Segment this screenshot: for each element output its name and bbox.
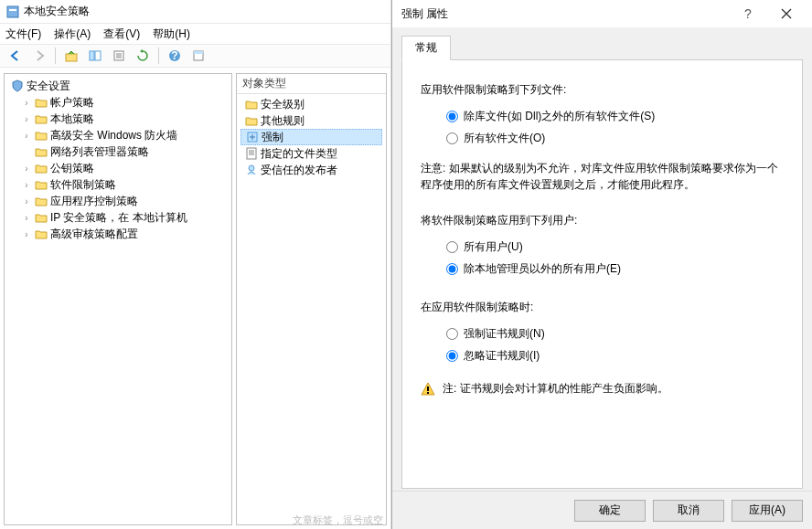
tree-item[interactable]: ›高级审核策略配置: [19, 226, 230, 242]
radio-all-files-input[interactable]: [446, 132, 458, 144]
list-item-icon: [244, 97, 259, 111]
radio-ignore-cert-input[interactable]: [446, 350, 458, 362]
expand-icon[interactable]: ›: [21, 131, 32, 141]
svg-rect-9: [194, 51, 203, 54]
shield-icon: [10, 79, 25, 93]
tree-root-label: 安全设置: [27, 79, 70, 94]
folder-icon: [34, 144, 48, 159]
close-button[interactable]: [766, 1, 807, 26]
list-item[interactable]: 强制: [240, 129, 382, 145]
radio-enforce-cert-input[interactable]: [446, 328, 458, 340]
list-item-label: 受信任的发布者: [261, 163, 337, 178]
dialog-title: 强制 属性: [398, 6, 730, 22]
dialog-title-bar: 强制 属性 ?: [392, 0, 812, 27]
tab-general[interactable]: 常规: [401, 36, 451, 60]
folder-icon: [34, 210, 48, 225]
up-button[interactable]: [61, 46, 81, 66]
footer-hint: 文章标签，逗号或空: [293, 513, 383, 527]
tree-item[interactable]: ›软件限制策略: [19, 176, 230, 193]
menu-file[interactable]: 文件(F): [5, 26, 41, 42]
svg-rect-13: [427, 386, 429, 391]
help-icon[interactable]: ?: [730, 6, 766, 21]
svg-rect-14: [427, 392, 429, 394]
svg-rect-4: [95, 51, 101, 60]
radio-exclude-libs-label: 除库文件(如 Dll)之外的所有软件文件(S): [464, 109, 655, 124]
toolbar: ?: [0, 44, 390, 68]
forward-button[interactable]: [29, 46, 49, 66]
list-item-label: 强制: [262, 130, 283, 145]
svg-rect-0: [7, 6, 18, 17]
folder-icon: [34, 128, 48, 143]
tree-item[interactable]: ›帐户策略: [19, 94, 230, 111]
list-item-icon: [245, 130, 260, 144]
svg-point-12: [249, 165, 254, 171]
help-button[interactable]: ?: [165, 46, 185, 66]
list-item[interactable]: 指定的文件类型: [240, 145, 382, 162]
tree-item-label: 应用程序控制策略: [50, 194, 138, 209]
list-item[interactable]: 安全级别: [240, 96, 382, 112]
radio-all-files[interactable]: 所有软件文件(O): [446, 127, 784, 149]
folder-icon: [34, 111, 48, 126]
tree-item[interactable]: ›高级安全 Windows 防火墙: [19, 127, 230, 143]
section-files-label: 应用软件限制策略到下列文件:: [421, 82, 784, 98]
properties-dialog: 强制 属性 ? 常规 应用软件限制策略到下列文件: 除库文件(如 Dll)之外的…: [391, 0, 812, 529]
menu-help[interactable]: 帮助(H): [153, 26, 190, 42]
refresh-button[interactable]: [133, 46, 153, 66]
radio-enforce-cert-label: 强制证书规则(N): [464, 326, 545, 342]
expand-icon[interactable]: ›: [21, 164, 32, 174]
radio-all-users-input[interactable]: [446, 241, 458, 253]
radio-exclude-libs[interactable]: 除库文件(如 Dll)之外的所有软件文件(S): [446, 105, 784, 127]
folder-icon: [34, 95, 48, 110]
tree-item-label: 网络列表管理器策略: [50, 144, 149, 160]
expand-icon[interactable]: ›: [21, 213, 32, 223]
radio-ignore-cert[interactable]: 忽略证书规则(I): [446, 344, 784, 366]
tree-item-label: 高级审核策略配置: [50, 227, 138, 242]
menu-view[interactable]: 查看(V): [103, 26, 140, 42]
expand-icon[interactable]: ›: [21, 196, 32, 206]
tree-item[interactable]: ›应用程序控制策略: [19, 193, 230, 209]
list-item[interactable]: 其他规则: [240, 112, 382, 129]
tab-content: 应用软件限制策略到下列文件: 除库文件(如 Dll)之外的所有软件文件(S) 所…: [401, 59, 803, 489]
tree-item[interactable]: ›公钥策略: [19, 160, 230, 176]
svg-rect-2: [66, 54, 77, 61]
list-item-label: 指定的文件类型: [261, 146, 337, 162]
ok-button[interactable]: 确定: [574, 500, 646, 522]
tree-root-item[interactable]: 安全设置: [6, 78, 230, 94]
expand-icon[interactable]: ›: [21, 229, 32, 239]
tree-item[interactable]: ›本地策略: [19, 111, 230, 127]
window-title: 本地安全策略: [24, 4, 90, 19]
menu-action[interactable]: 操作(A): [54, 26, 91, 42]
expand-icon[interactable]: ›: [21, 98, 32, 108]
expand-icon[interactable]: ›: [21, 180, 32, 190]
folder-icon: [34, 177, 48, 192]
tree-item[interactable]: 网络列表管理器策略: [19, 143, 230, 160]
properties-button[interactable]: [188, 46, 208, 66]
svg-rect-1: [9, 9, 16, 11]
radio-all-users[interactable]: 所有用户(U): [446, 236, 784, 258]
tree-pane[interactable]: 安全设置 ›帐户策略›本地策略›高级安全 Windows 防火墙网络列表管理器策…: [4, 73, 232, 525]
list-pane[interactable]: 对象类型 安全级别其他规则强制指定的文件类型受信任的发布者: [236, 73, 387, 525]
radio-except-admins-input[interactable]: [446, 263, 458, 275]
radio-exclude-libs-input[interactable]: [446, 111, 458, 122]
apply-button[interactable]: 应用(A): [732, 500, 803, 522]
radio-except-admins[interactable]: 除本地管理员以外的所有用户(E): [446, 258, 784, 280]
section-users-label: 将软件限制策略应用到下列用户:: [421, 213, 784, 228]
note-libs: 注意: 如果默认的级别为不允许，对库文件应用软件限制策略要求你为一个程序使用的所…: [421, 160, 784, 193]
radio-enforce-cert[interactable]: 强制证书规则(N): [446, 323, 784, 344]
warning-text: 注: 证书规则会对计算机的性能产生负面影响。: [443, 381, 668, 397]
back-button[interactable]: [5, 46, 26, 66]
folder-icon: [34, 227, 48, 241]
cancel-button[interactable]: 取消: [653, 500, 724, 522]
radio-all-users-label: 所有用户(U): [464, 239, 523, 255]
list-item-label: 安全级别: [261, 97, 304, 112]
menu-bar: 文件(F) 操作(A) 查看(V) 帮助(H): [0, 24, 390, 44]
show-hide-tree-button[interactable]: [85, 46, 105, 66]
expand-icon[interactable]: ›: [21, 114, 32, 124]
list-item-icon: [244, 146, 259, 161]
list-column-header[interactable]: 对象类型: [237, 74, 386, 94]
tree-item[interactable]: ›IP 安全策略，在 本地计算机: [19, 209, 230, 226]
export-button[interactable]: [109, 46, 129, 66]
list-item[interactable]: 受信任的发布者: [240, 162, 382, 178]
tab-strip: 常规: [392, 27, 812, 59]
radio-ignore-cert-label: 忽略证书规则(I): [464, 348, 540, 364]
